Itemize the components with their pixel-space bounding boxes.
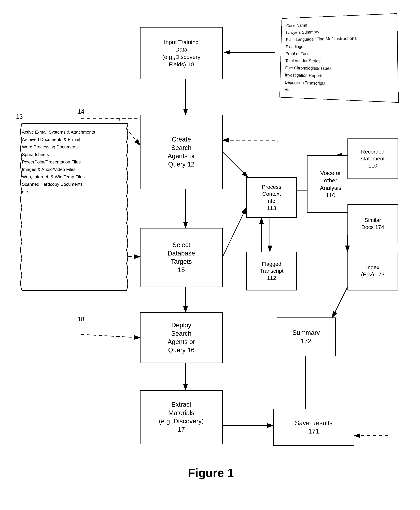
deploy-search-box: Deploy Search Agents or Query 16: [140, 312, 223, 363]
svg-line-14: [223, 152, 248, 177]
similar-docs-label: Similar Docs 174: [361, 217, 384, 231]
recorded-statement-label: Recorded statement 110: [361, 148, 385, 169]
input-training-box: Input Training Data (e.g.,Discovery Fiel…: [140, 27, 223, 79]
select-database-label: Select Database Targets 15: [168, 241, 195, 274]
svg-line-19: [223, 208, 246, 257]
active-email-text: Active E-mail Systems & Attachments Arch…: [22, 128, 123, 196]
process-context-box: Process Context Info. 113: [246, 177, 297, 218]
save-results-box: Save Results 171: [273, 409, 354, 446]
voice-analysis-label: Voice or other Analysis 110: [320, 169, 341, 199]
process-context-label: Process Context Info. 113: [262, 184, 281, 212]
diagram-container: Input Training Data (e.g.,Discovery Fiel…: [0, 0, 420, 510]
create-search-box: Create Search Agents or Query 12: [140, 115, 223, 189]
deploy-search-label: Deploy Search Agents or Query 16: [168, 321, 195, 355]
label-13: 13: [16, 113, 23, 120]
create-search-label: Create Search Agents or Query 12: [168, 135, 195, 169]
input-training-label: Input Training Data (e.g.,Discovery Fiel…: [162, 38, 201, 68]
svg-line-24: [332, 287, 347, 317]
svg-line-13: [81, 334, 140, 338]
select-database-box: Select Database Targets 15: [140, 228, 223, 287]
recorded-statement-box: Recorded statement 110: [347, 139, 398, 179]
index-priv-box: Index (Priv) 173: [347, 252, 398, 290]
summary-box: Summary 172: [277, 317, 336, 356]
similar-docs-box: Similar Docs 174: [347, 204, 398, 243]
label-11: 11: [273, 139, 279, 145]
label-18: 18: [78, 316, 84, 323]
extract-materials-box: Extract Materials (e.g.,Discovery) 17: [140, 390, 223, 444]
case-name-box: Case NameLawyers SummaryPlain Language "…: [279, 13, 399, 103]
extract-materials-label: Extract Materials (e.g.,Discovery) 17: [159, 400, 204, 434]
label-14: 14: [78, 108, 84, 115]
case-name-content: Case NameLawyers SummaryPlain Language "…: [285, 23, 357, 92]
voice-analysis-box: Voice or other Analysis 110: [307, 155, 354, 213]
save-results-label: Save Results 171: [295, 419, 333, 436]
flagged-transcript-box: Flagged Transcript 112: [246, 252, 297, 290]
flagged-transcript-label: Flagged Transcript 112: [260, 261, 283, 282]
summary-label: Summary 172: [292, 329, 320, 345]
figure-title: Figure 1: [152, 466, 270, 479]
index-priv-label: Index (Priv) 173: [361, 264, 385, 278]
